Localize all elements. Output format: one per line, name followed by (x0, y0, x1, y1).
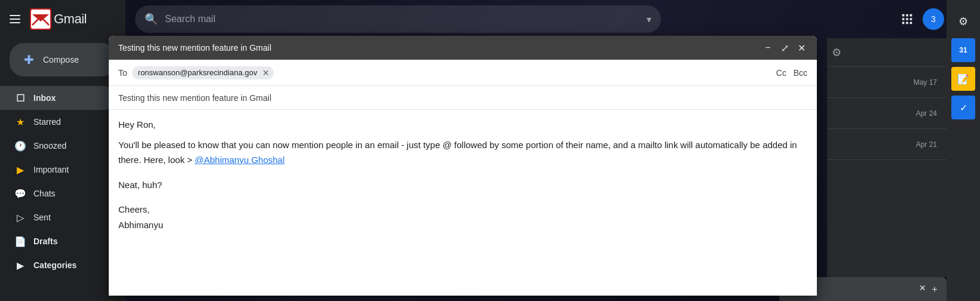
sidebar-item-chats[interactable]: 💬 Chats (0, 182, 116, 205)
email-date: Apr 24 (916, 109, 937, 118)
search-icon: 🔍 (145, 13, 158, 26)
compose-plus-icon: ✚ (22, 53, 36, 67)
body-neat: Neat, huh? (118, 177, 807, 193)
sidebar-header: Gmail (0, 0, 125, 38)
svg-rect-13 (906, 22, 908, 24)
user-avatar[interactable]: 3 (923, 8, 944, 30)
email-list-panel: ⚙ May 17 Apr 24 Apr 21 (827, 38, 947, 277)
settings-icon[interactable]: ⚙ (832, 46, 841, 59)
compose-modal: Testing this new mention feature in Gmai… (109, 36, 817, 296)
sidebar-item-label: Important (33, 165, 69, 174)
svg-rect-9 (902, 18, 905, 20)
settings-icon[interactable]: ⚙ (951, 10, 975, 33)
recipient-email: ronswanson@parksrecindiana.gov (138, 68, 258, 77)
sidebar-item-drafts[interactable]: 📄 Drafts (0, 229, 116, 253)
sidebar-item-label: Inbox (33, 93, 56, 103)
body-paragraph: You'll be pleased to know that you can n… (118, 137, 807, 168)
sidebar-item-label: Categories (33, 260, 76, 270)
sidebar-item-sent[interactable]: ▷ Sent (0, 205, 116, 229)
email-list-item[interactable]: May 17 (827, 67, 947, 98)
email-list-item[interactable]: Apr 21 (827, 129, 947, 160)
topbar: 🔍 Search mail ▾ 3 (125, 0, 980, 38)
compose-body[interactable]: Hey Ron, You'll be pleased to know that … (109, 110, 817, 296)
body-closing: Cheers,Abhimanyu (118, 202, 807, 232)
cc-bcc-buttons[interactable]: Cc Bcc (776, 68, 807, 78)
sidebar-item-snoozed[interactable]: 🕐 Snoozed (0, 134, 116, 158)
right-sidebar: ⚙ 31 📝 ✓ (947, 0, 980, 301)
bcc-button[interactable]: Bcc (794, 68, 807, 78)
sidebar-item-label: Chats (33, 189, 56, 198)
close-button[interactable]: ✕ (795, 42, 807, 54)
inbox-icon: ☐ (14, 92, 26, 104)
modal-action-buttons: − ⤢ ✕ (762, 42, 807, 54)
body-greeting: Hey Ron, (118, 117, 807, 133)
mini-panel-add-icon[interactable]: ＋ (930, 283, 939, 296)
sidebar-item-label: Drafts (33, 236, 57, 246)
email-list-item[interactable]: Apr 24 (827, 98, 947, 129)
svg-rect-6 (902, 14, 905, 17)
sidebar-item-label: Sent (33, 213, 51, 222)
sent-icon: ▷ (14, 211, 26, 223)
sidebar-item-categories[interactable]: ▶ Categories (0, 253, 116, 277)
hamburger-menu[interactable] (10, 12, 24, 26)
sidebar-item-label: Starred (33, 117, 61, 127)
to-field: To ronswanson@parksrecindiana.gov ✕ Cc B… (109, 60, 817, 86)
important-icon: ▶ (14, 164, 26, 176)
body-content: Hey Ron, You'll be pleased to know that … (118, 117, 807, 232)
subject-text: Testing this new mention feature in Gmai… (118, 93, 271, 103)
sidebar-item-label: Snoozed (33, 141, 66, 150)
svg-rect-7 (906, 14, 908, 17)
drafts-icon: 📄 (14, 235, 26, 247)
cc-button[interactable]: Cc (776, 68, 786, 78)
svg-rect-10 (906, 18, 908, 20)
sidebar-item-starred[interactable]: ★ Starred (0, 110, 116, 134)
mini-panel-actions: ✕ ＋ (919, 283, 939, 296)
search-dropdown-icon[interactable]: ▾ (647, 14, 651, 25)
compose-button[interactable]: ✚ Compose (10, 43, 116, 76)
categories-icon: ▶ (14, 259, 26, 271)
svg-rect-14 (910, 22, 912, 24)
sidebar-item-important[interactable]: ▶ Important (0, 158, 116, 182)
star-icon: ★ (14, 116, 26, 128)
tasks-icon[interactable]: ✓ (951, 96, 975, 119)
subject-field: Testing this new mention feature in Gmai… (109, 86, 817, 110)
svg-rect-8 (910, 14, 912, 17)
snoozed-icon: 🕐 (14, 140, 26, 152)
gmail-title: Gmail (54, 11, 87, 27)
sidebar-item-inbox[interactable]: ☐ Inbox (0, 86, 116, 110)
svg-rect-12 (902, 22, 905, 24)
mini-panel-close-icon[interactable]: ✕ (919, 283, 926, 296)
expand-button[interactable]: ⤢ (779, 42, 791, 54)
recipient-chip: ronswanson@parksrecindiana.gov ✕ (132, 66, 274, 79)
compose-label: Compose (43, 55, 79, 64)
apps-grid-icon[interactable] (896, 8, 918, 30)
search-placeholder: Search mail (165, 14, 639, 24)
minimize-button[interactable]: − (762, 42, 774, 54)
svg-rect-11 (910, 18, 912, 20)
mention-link[interactable]: @Abhimanyu Ghoshal (195, 155, 284, 165)
email-date: May 17 (914, 78, 937, 87)
modal-title: Testing this new mention feature in Gmai… (118, 43, 271, 53)
search-bar[interactable]: 🔍 Search mail ▾ (135, 5, 661, 33)
modal-header: Testing this new mention feature in Gmai… (109, 36, 817, 60)
to-label: To (118, 68, 127, 78)
keep-icon[interactable]: 📝 (951, 67, 975, 91)
sidebar: Gmail ✚ Compose ☐ Inbox ★ Starred 🕐 Snoo… (0, 0, 125, 301)
chip-remove-button[interactable]: ✕ (261, 67, 271, 78)
gmail-logo: Gmail (30, 8, 87, 30)
email-date: Apr 21 (916, 140, 937, 149)
chats-icon: 💬 (14, 188, 26, 199)
calendar-icon[interactable]: 31 (951, 38, 975, 62)
